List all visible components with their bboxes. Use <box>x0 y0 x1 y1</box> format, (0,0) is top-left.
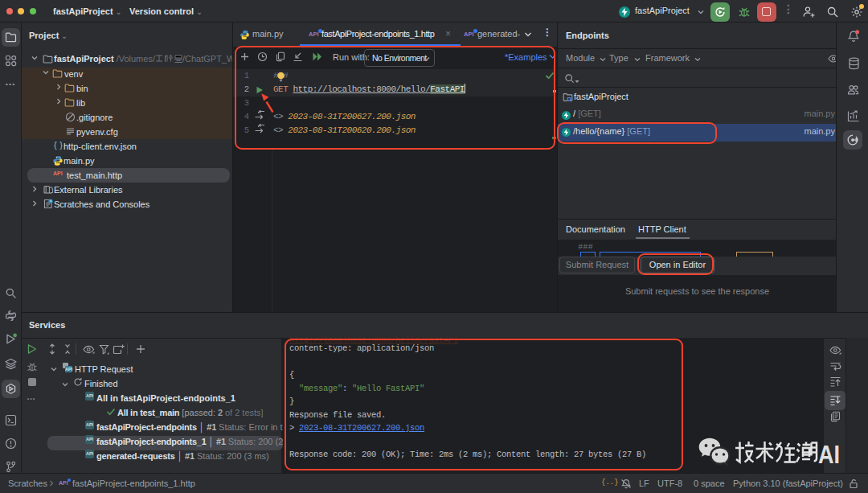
svg-text:AI: AI <box>818 440 840 469</box>
